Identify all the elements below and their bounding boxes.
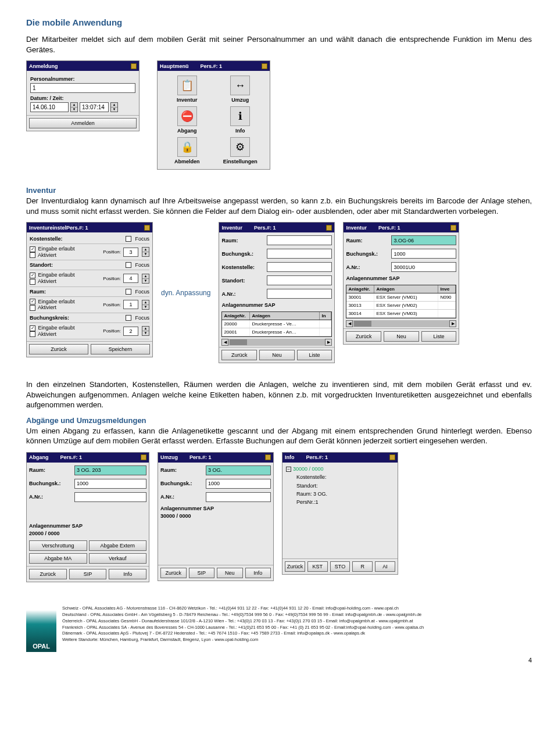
input-anr[interactable] xyxy=(74,492,146,502)
input-kst[interactable] xyxy=(267,262,332,272)
focus-checkbox[interactable] xyxy=(126,236,131,242)
input-anr[interactable]: 30001U0 xyxy=(391,262,456,272)
input-date[interactable]: 14.06.10 xyxy=(30,102,69,112)
collapse-icon[interactable]: − xyxy=(286,467,291,472)
pers-label: Pers.#: 1 xyxy=(189,454,212,460)
input-raum[interactable]: 3.OG-06 xyxy=(391,235,456,245)
screenshot-inventur-filled: InventurPers.#: 1 Raum:3.OG-06 Buchungsk… xyxy=(343,222,459,345)
gear-icon: ⚙ xyxy=(230,137,250,157)
position-input[interactable]: 1 xyxy=(123,300,138,309)
sip-button[interactable]: SIP xyxy=(189,568,215,578)
lock-icon: 🔒 xyxy=(177,137,197,157)
eingabe-checkbox[interactable]: ✓ xyxy=(30,299,35,304)
pers-label: Pers.#: 1 xyxy=(201,63,223,69)
back-button[interactable]: Zurück xyxy=(160,568,187,578)
info-tree: −30000 / 0000 Kostenstelle: Standort: Ra… xyxy=(282,463,398,509)
position-spinner[interactable]: ▲▼ xyxy=(142,326,149,336)
aktiviert-checkbox[interactable] xyxy=(30,331,35,337)
label-sap: Anlagennummer SAP xyxy=(28,521,148,531)
eingabe-checkbox[interactable]: ✓ xyxy=(30,273,35,278)
info-line: Raum: 3 OG. xyxy=(286,490,394,498)
list-button[interactable]: Liste xyxy=(421,331,457,342)
position-spinner[interactable]: ▲▼ xyxy=(142,274,149,284)
opt-verschrottung[interactable]: Verschrottung xyxy=(29,540,87,551)
kst-button[interactable]: KST xyxy=(307,561,328,572)
page-title: Die mobile Anwendung xyxy=(26,17,532,27)
battery-icon xyxy=(389,454,395,460)
input-buk[interactable]: 1000 xyxy=(391,249,456,259)
opt-abgabe-extern[interactable]: Abgabe Extern xyxy=(89,540,147,551)
back-button[interactable]: Zurück xyxy=(346,331,381,342)
focus-checkbox[interactable] xyxy=(126,289,131,295)
date-spinner[interactable]: ▲▼ xyxy=(70,102,78,112)
menu-inventur[interactable]: 📋Inventur xyxy=(162,76,212,103)
screenshot-hauptmenu: Hauptmenü Pers.#: 1 📋Inventur ↔Umzug ⛔Ab… xyxy=(157,60,270,170)
battery-icon xyxy=(450,225,456,231)
info-button[interactable]: Info xyxy=(109,569,146,579)
position-spinner[interactable]: ▲▼ xyxy=(142,300,149,310)
ai-button[interactable]: AI xyxy=(375,561,395,572)
back-button[interactable]: Zurück xyxy=(29,569,67,579)
screenshot-inventur-settings: InventureinstelPers.#: 1 Kostenstelle: F… xyxy=(26,222,153,357)
menu-umzug[interactable]: ↔Umzug xyxy=(216,76,266,103)
scrollbar[interactable]: ◀▶ xyxy=(346,320,456,327)
input-buk[interactable]: 1000 xyxy=(74,479,146,489)
new-button[interactable]: Neu xyxy=(384,331,419,342)
input-raum[interactable]: 3 OG. 203 xyxy=(74,465,146,475)
new-button[interactable]: Neu xyxy=(259,350,295,360)
screenshot-abgang: AbgangPers.#: 1 Raum:3 OG. 203 Buchungsk… xyxy=(26,452,149,582)
window-title: Abgang xyxy=(29,454,49,460)
table-anlagen: AnlageNr.AnlagenInve 30001ESX Server (VM… xyxy=(346,285,456,318)
menu-einstellungen[interactable]: ⚙Einstellungen xyxy=(216,137,266,164)
time-spinner[interactable]: ▲▼ xyxy=(110,102,118,112)
menu-abmelden[interactable]: 🔒Abmelden xyxy=(162,137,212,164)
eingabe-checkbox[interactable]: ✓ xyxy=(30,246,35,252)
opal-logo: OPAL xyxy=(26,605,56,652)
input-sto[interactable] xyxy=(267,275,332,285)
input-anr[interactable] xyxy=(206,492,271,502)
position-spinner[interactable]: ▲▼ xyxy=(142,247,149,257)
opt-abgabe-ma[interactable]: Abgabe MA xyxy=(29,553,87,564)
input-raum[interactable]: 3 OG. xyxy=(206,465,271,475)
aktiviert-checkbox[interactable] xyxy=(30,252,35,258)
input-time[interactable]: 13:07:14 xyxy=(80,102,109,112)
aktiviert-checkbox[interactable] xyxy=(30,279,35,285)
position-input[interactable]: 4 xyxy=(123,274,138,283)
value-sap: 20000 / 0000 xyxy=(28,531,148,539)
input-anr[interactable] xyxy=(267,289,332,299)
focus-checkbox[interactable] xyxy=(126,315,131,321)
back-button[interactable]: Zurück xyxy=(285,561,305,572)
save-button[interactable]: Speichern xyxy=(91,344,150,354)
pers-label: Pers.#: 1 xyxy=(378,225,400,231)
focus-checkbox[interactable] xyxy=(126,262,131,268)
menu-info[interactable]: ℹInfo xyxy=(216,106,266,134)
input-persnr[interactable]: 1 xyxy=(30,83,135,93)
clipboard-icon: 📋 xyxy=(177,76,197,95)
login-button[interactable]: Anmelden xyxy=(29,118,137,128)
footer-line: Deutschland - OPAL Associates GmbH - Am … xyxy=(62,612,532,618)
position-input[interactable]: 3 xyxy=(123,248,138,257)
back-button[interactable]: Zurück xyxy=(221,350,257,360)
info-code: 30000 / 0000 xyxy=(293,466,324,472)
sip-button[interactable]: SIP xyxy=(69,569,107,579)
back-button[interactable]: Zurück xyxy=(29,344,88,354)
opt-verkauf[interactable]: Verkauf xyxy=(89,553,147,564)
screenshot-umzug: UmzugPers.#: 1 Raum:3 OG. Buchungsk.:100… xyxy=(158,452,274,581)
info-button[interactable]: Info xyxy=(245,568,271,578)
input-buk[interactable]: 1000 xyxy=(206,479,271,489)
new-button[interactable]: Neu xyxy=(217,568,243,578)
pers-label: Pers.#: 1 xyxy=(306,454,328,460)
position-input[interactable]: 2 xyxy=(123,327,138,336)
footer-line: Dänemark - OPAL Associates ApS - Plutove… xyxy=(62,630,532,637)
scrollbar[interactable]: ◀▶ xyxy=(221,339,332,346)
input-raum[interactable] xyxy=(267,235,332,245)
sto-button[interactable]: STO xyxy=(330,561,350,572)
window-title: Inventur xyxy=(221,225,242,231)
eingabe-checkbox[interactable]: ✓ xyxy=(30,325,35,331)
menu-abgang[interactable]: ⛔Abgang xyxy=(162,106,212,134)
input-buk[interactable] xyxy=(267,249,332,259)
list-button[interactable]: Liste xyxy=(297,350,332,360)
label-persnr: Personalnummer: xyxy=(30,76,135,82)
aktiviert-checkbox[interactable] xyxy=(30,305,35,311)
r-button[interactable]: R xyxy=(352,561,373,572)
